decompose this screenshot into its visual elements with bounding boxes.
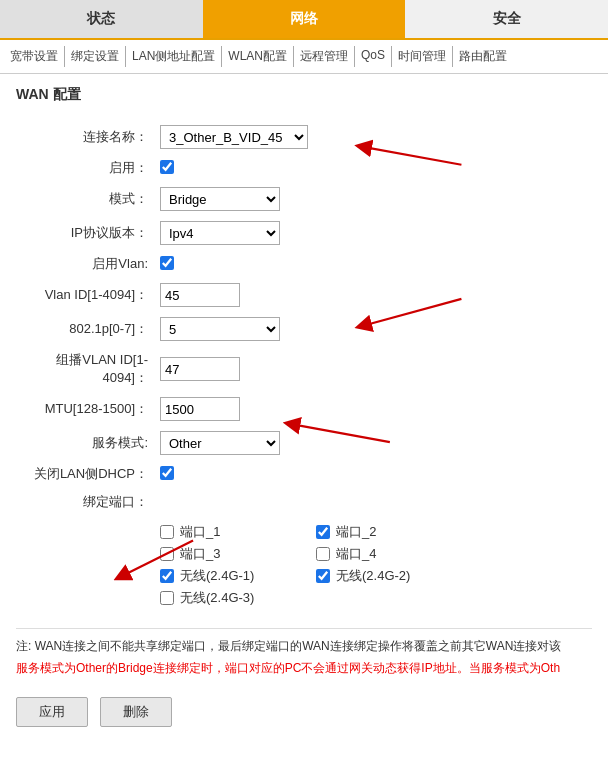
ports-grid: 端口_1 端口_2 端口_3 端口_4 <box>160 523 588 607</box>
mtu-input[interactable] <box>160 397 240 421</box>
qos-select[interactable]: 5 0123467 <box>160 317 280 341</box>
port-2-checkbox[interactable] <box>316 525 330 539</box>
qos-label: 802.1p[0-7]： <box>16 312 156 346</box>
port-4-item: 端口_4 <box>316 545 456 563</box>
port-3-checkbox[interactable] <box>160 547 174 561</box>
tab-status[interactable]: 状态 <box>0 0 203 38</box>
sub-nav: 宽带设置 绑定设置 LAN侧地址配置 WLAN配置 远程管理 QoS 时间管理 … <box>0 40 608 74</box>
tab-security[interactable]: 安全 <box>405 0 608 38</box>
wan-form: 连接名称： 3_Other_B_VID_45 1_INTERNET_R_VID_… <box>16 120 592 612</box>
wireless-2-checkbox[interactable] <box>316 569 330 583</box>
subnav-remote[interactable]: 远程管理 <box>294 46 355 67</box>
wireless-1-item: 无线(2.4G-1) <box>160 567 300 585</box>
proto-select[interactable]: Ipv4 Ipv6 Ipv4/Ipv6 <box>160 221 280 245</box>
port-4-checkbox[interactable] <box>316 547 330 561</box>
enable-vlan-label: 启用Vlan: <box>16 250 156 278</box>
enable-vlan-checkbox[interactable] <box>160 256 174 270</box>
note-text: 注: WAN连接之间不能共享绑定端口，最后绑定端口的WAN连接绑定操作将覆盖之前… <box>16 637 592 655</box>
vlan-id-input[interactable] <box>160 283 240 307</box>
subnav-wlan[interactable]: WLAN配置 <box>222 46 294 67</box>
subnav-broadband[interactable]: 宽带设置 <box>4 46 65 67</box>
subnav-time[interactable]: 时间管理 <box>392 46 453 67</box>
vlan-id-label: Vlan ID[1-4094]： <box>16 278 156 312</box>
port-3-label: 端口_3 <box>180 545 220 563</box>
top-tabs: 状态 网络 安全 <box>0 0 608 40</box>
port-3-item: 端口_3 <box>160 545 300 563</box>
wireless-2-label: 无线(2.4G-2) <box>336 567 410 585</box>
mode-select[interactable]: Bridge Router <box>160 187 280 211</box>
wireless-3-checkbox[interactable] <box>160 591 174 605</box>
enable-checkbox[interactable] <box>160 160 174 174</box>
apply-button[interactable]: 应用 <box>16 697 88 727</box>
port-1-checkbox[interactable] <box>160 525 174 539</box>
port-1-label: 端口_1 <box>180 523 220 541</box>
port-1-item: 端口_1 <box>160 523 300 541</box>
bind-port-label: 绑定端口： <box>16 488 156 516</box>
delete-button[interactable]: 删除 <box>100 697 172 727</box>
button-row: 应用 删除 <box>16 697 592 727</box>
conn-name-label: 连接名称： <box>16 120 156 154</box>
main-content: WAN 配置 连接名称： 3_Other_B_VID_45 1_INTERNET… <box>0 74 608 739</box>
subnav-lan-addr[interactable]: LAN侧地址配置 <box>126 46 222 67</box>
close-dhcp-checkbox[interactable] <box>160 466 174 480</box>
wireless-1-checkbox[interactable] <box>160 569 174 583</box>
mtu-label: MTU[128-1500]： <box>16 392 156 426</box>
subnav-qos[interactable]: QoS <box>355 46 392 67</box>
enable-label: 启用： <box>16 154 156 182</box>
service-select[interactable]: Other INTERNET TR069 VOIP <box>160 431 280 455</box>
close-dhcp-label: 关闭LAN侧DHCP： <box>16 460 156 488</box>
port-4-label: 端口_4 <box>336 545 376 563</box>
mode-label: 模式： <box>16 182 156 216</box>
subnav-route[interactable]: 路由配置 <box>453 46 513 67</box>
port-2-label: 端口_2 <box>336 523 376 541</box>
page-title: WAN 配置 <box>16 86 592 104</box>
note-section: 注: WAN连接之间不能共享绑定端口，最后绑定端口的WAN连接绑定操作将覆盖之前… <box>16 628 592 677</box>
group-vlan-input[interactable] <box>160 357 240 381</box>
note-warning: 服务模式为Other的Bridge连接绑定时，端口对应的PC不会通过网关动态获得… <box>16 659 592 677</box>
port-2-item: 端口_2 <box>316 523 456 541</box>
wireless-1-label: 无线(2.4G-1) <box>180 567 254 585</box>
service-label: 服务模式: <box>16 426 156 460</box>
wireless-2-item: 无线(2.4G-2) <box>316 567 456 585</box>
wireless-3-item: 无线(2.4G-3) <box>160 589 300 607</box>
subnav-bind[interactable]: 绑定设置 <box>65 46 126 67</box>
tab-network[interactable]: 网络 <box>203 0 406 38</box>
wireless-3-label: 无线(2.4G-3) <box>180 589 254 607</box>
proto-label: IP协议版本： <box>16 216 156 250</box>
group-vlan-label: 组播VLAN ID[1-4094]： <box>16 346 156 392</box>
conn-name-select[interactable]: 3_Other_B_VID_45 1_INTERNET_R_VID_46 2_T… <box>160 125 308 149</box>
